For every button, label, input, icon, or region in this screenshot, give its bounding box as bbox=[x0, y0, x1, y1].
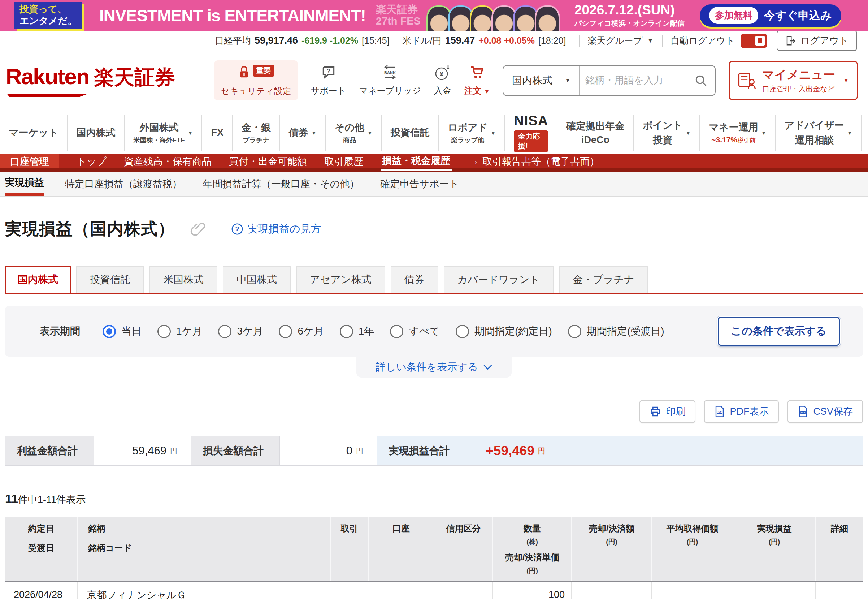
symbol-search-box: 国内株式 ▼ bbox=[503, 65, 716, 96]
tab-covered-warrants[interactable]: カバードワラント bbox=[444, 266, 554, 293]
nav-asset-balance[interactable]: 資産残高・保有商品 bbox=[124, 154, 212, 169]
csv-save-button[interactable]: csv CSV保存 bbox=[787, 400, 863, 423]
printer-icon bbox=[650, 406, 661, 417]
nav-money-management[interactable]: マネー運用~3.17%税引前▼ bbox=[699, 114, 775, 151]
radio-all[interactable]: すべて bbox=[390, 324, 440, 338]
support-button[interactable]: ? サポート bbox=[311, 64, 346, 96]
nav-fx[interactable]: FX bbox=[201, 114, 232, 151]
nav-domestic-stocks[interactable]: 国内株式 bbox=[67, 114, 124, 151]
nav-trade-history[interactable]: 取引履歴 bbox=[324, 154, 363, 169]
radio-1month[interactable]: 1ケ月 bbox=[158, 324, 202, 338]
money-bridge-button[interactable]: BANK マネーブリッジ bbox=[359, 64, 420, 96]
nisa-support-badge: 全力応援! bbox=[514, 131, 548, 152]
detail-conditions-toggle[interactable]: 詳しい条件を表示する bbox=[356, 357, 512, 378]
apply-filter-button[interactable]: この条件で表示する bbox=[718, 317, 840, 346]
cell-dates: 2026/04/282026/05/01 bbox=[5, 582, 77, 599]
radio-range-settle-date[interactable]: 期間指定(受渡日) bbox=[568, 324, 664, 338]
deposit-yen-icon: ¥ bbox=[434, 64, 451, 81]
nav-securities-loan[interactable]: 証券担保ローン bbox=[861, 114, 868, 151]
lock-icon bbox=[238, 65, 250, 80]
col-name: 銘柄銘柄コード bbox=[77, 517, 330, 581]
promo-banner[interactable]: 投資って、 エンタメだ。 INVESTMENT is ENTERTAINMENT… bbox=[0, 0, 868, 31]
nav-account-management[interactable]: 口座管理 bbox=[0, 154, 59, 169]
pdf-file-icon: PDF bbox=[714, 405, 725, 418]
logo-latin: Rakuten bbox=[6, 63, 89, 89]
tab-us-stocks[interactable]: 米国株式 bbox=[150, 266, 217, 293]
nav-buying-power[interactable]: 買付・出金可能額 bbox=[229, 154, 307, 169]
nav-bonds[interactable]: 債券▼ bbox=[279, 114, 325, 151]
my-menu-title: マイメニュー bbox=[762, 67, 835, 83]
profit-total-value: 59,469円 bbox=[94, 436, 191, 465]
nav-gold-platinum[interactable]: 金・銀プラチナ bbox=[232, 114, 279, 151]
subnav-annual-pl[interactable]: 年間損益計算（一般口座・その他） bbox=[203, 172, 359, 196]
col-trade: 取引 bbox=[330, 517, 368, 581]
pl-sub-nav: 実現損益 特定口座損益（譲渡益税） 年間損益計算（一般口座・その他） 確定申告サ… bbox=[0, 172, 868, 197]
radio-today[interactable]: 当日 bbox=[102, 324, 141, 338]
search-category-dropdown[interactable]: 国内株式 ▼ bbox=[503, 66, 580, 95]
tab-asean-stocks[interactable]: アセアン株式 bbox=[296, 266, 385, 293]
banner-apply-button[interactable]: 参加無料 今すぐ申込み bbox=[700, 5, 841, 27]
cell-margin: 一般 bbox=[434, 582, 493, 599]
radio-range-trade-date[interactable]: 期間指定(約定日) bbox=[456, 324, 552, 338]
paperclip-icon[interactable] bbox=[190, 221, 205, 237]
nav-market[interactable]: マーケット bbox=[0, 114, 67, 151]
banner-catch-line1: 投資って、 bbox=[20, 4, 77, 15]
tab-bonds[interactable]: 債券 bbox=[390, 266, 439, 293]
logout-icon bbox=[785, 35, 796, 46]
cell-amount: 426,100 bbox=[571, 582, 651, 599]
search-input[interactable] bbox=[580, 75, 694, 86]
chevron-down-icon: ▼ bbox=[686, 130, 691, 136]
order-menu-button[interactable]: 注文 ▼ bbox=[464, 64, 490, 96]
subnav-realized-pl[interactable]: 実現損益 bbox=[5, 172, 44, 196]
subnav-tax-filing-support[interactable]: 確定申告サポート bbox=[380, 172, 459, 196]
rakuten-logo[interactable]: Rakuten 楽天証券 bbox=[6, 63, 175, 97]
radio-circle bbox=[102, 325, 116, 338]
nav-pl-tax-history[interactable]: 損益・税金履歴 bbox=[381, 154, 452, 169]
nav-point-invest[interactable]: ポイント投資▼ bbox=[633, 114, 699, 151]
svg-text:csv: csv bbox=[801, 411, 805, 414]
banner-fes-logo: 楽天証券 27th FES bbox=[376, 4, 420, 27]
auto-logout-toggle[interactable] bbox=[740, 34, 767, 48]
tab-china-stocks[interactable]: 中国株式 bbox=[223, 266, 291, 293]
col-margin: 信用区分 bbox=[434, 517, 493, 581]
cell-trade: 売埋 bbox=[330, 582, 368, 599]
pdf-view-button[interactable]: PDF PDF表示 bbox=[704, 400, 779, 423]
result-total: 11 bbox=[5, 492, 18, 506]
nav-account-top[interactable]: トップ bbox=[77, 154, 107, 169]
rakuten-group-label: 楽天グループ bbox=[587, 35, 642, 47]
radio-circle bbox=[456, 325, 469, 338]
nav-other-products[interactable]: その他商品▼ bbox=[325, 114, 381, 151]
chevron-down-icon: ▼ bbox=[843, 77, 849, 84]
banner-people-photos bbox=[430, 0, 560, 31]
order-label: 注文 ▼ bbox=[464, 85, 490, 96]
nav-investment-trust[interactable]: 投資信託 bbox=[381, 114, 439, 151]
banner-catch-line2: エンタメだ。 bbox=[20, 15, 77, 26]
subnav-specific-account-pl[interactable]: 特定口座損益（譲渡益税） bbox=[65, 172, 182, 196]
profit-total-label: 利益金額合計 bbox=[5, 436, 94, 465]
chevron-down-icon: ▼ bbox=[847, 130, 853, 136]
print-button[interactable]: 印刷 bbox=[640, 400, 695, 423]
logout-button[interactable]: ログアウト bbox=[776, 30, 857, 51]
radio-3months[interactable]: 3ケ月 bbox=[218, 324, 263, 338]
important-badge: 重要 bbox=[253, 65, 274, 77]
support-label: サポート bbox=[311, 85, 346, 96]
nav-roboad[interactable]: ロボアド楽ラップ他▼ bbox=[439, 114, 505, 151]
tab-gold-platinum[interactable]: 金・プラチナ bbox=[559, 266, 648, 293]
nav-trade-reports[interactable]: → 取引報告書等（電子書面） bbox=[469, 154, 599, 169]
cell-detail bbox=[815, 582, 863, 599]
rakuten-group-menu[interactable]: 楽天グループ ▼ bbox=[587, 35, 653, 47]
bank-transfer-icon: BANK bbox=[381, 64, 399, 80]
pl-help-link[interactable]: ? 実現損益の見方 bbox=[231, 222, 321, 236]
nav-foreign-stocks[interactable]: 外国株式米国株・海外ETF▼ bbox=[124, 114, 202, 151]
search-icon[interactable] bbox=[694, 74, 708, 87]
nav-ideco[interactable]: 確定拠出年金iDeCo bbox=[557, 114, 633, 151]
tab-investment-trust[interactable]: 投資信託 bbox=[76, 266, 144, 293]
tab-domestic-stocks[interactable]: 国内株式 bbox=[5, 266, 71, 293]
security-settings-button[interactable]: 重要 セキュリティ設定 bbox=[214, 60, 297, 101]
nav-nisa[interactable]: NISA全力応援! bbox=[505, 114, 557, 151]
my-menu-button[interactable]: マイメニュー 口座管理・入出金など ▼ bbox=[728, 61, 858, 100]
radio-6months[interactable]: 6ケ月 bbox=[279, 324, 323, 338]
deposit-button[interactable]: ¥ 入金 bbox=[434, 64, 451, 96]
radio-1year[interactable]: 1年 bbox=[340, 324, 374, 338]
nav-advisor[interactable]: アドバイザー運用相談▼ bbox=[775, 114, 861, 151]
